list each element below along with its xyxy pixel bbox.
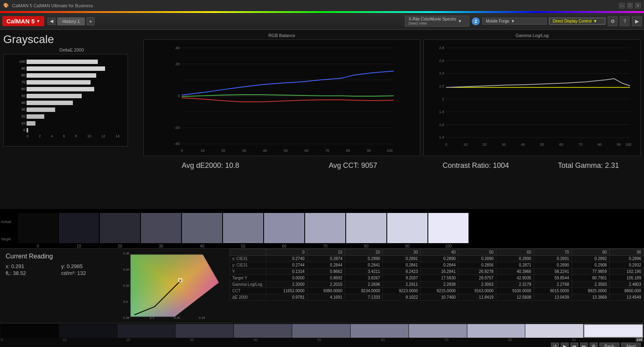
app-icon: 🎨 xyxy=(3,3,9,8)
next-button[interactable]: Next xyxy=(621,343,641,347)
grayscale-title: Grayscale xyxy=(3,33,140,46)
table-header-row: 0102030405060708090 xyxy=(230,249,644,256)
back-button[interactable]: Back xyxy=(599,343,619,347)
window-controls[interactable]: — ☐ ✕ xyxy=(619,3,641,8)
data-table-wrapper: 0102030405060708090 x: CIE310.27400.2874… xyxy=(229,249,644,323)
device1-dropdown-icon: ▼ xyxy=(458,19,462,23)
deltae-bar-row: 100 xyxy=(16,58,120,65)
deltae-x-axis: 02468101214 xyxy=(16,134,120,138)
reading-fL: fL: 38.52 xyxy=(6,270,60,276)
svg-text:100: 100 xyxy=(625,143,632,147)
step-back-button[interactable]: ⏮ xyxy=(570,343,578,347)
maximize-button[interactable]: ☐ xyxy=(627,3,633,8)
top-section: Grayscale DeltaE 2000 100908070605040302… xyxy=(0,30,644,209)
deltae-chart-title: DeltaE 2000 xyxy=(3,48,140,52)
deltae-bar-row: 10 xyxy=(16,120,120,126)
swatch-color xyxy=(59,213,99,243)
progress-swatch[interactable] xyxy=(234,324,292,338)
swatch-group: 100 xyxy=(428,213,469,248)
device2-selector[interactable]: Mobile Forge ▼ xyxy=(482,18,547,25)
svg-text:60: 60 xyxy=(305,149,309,153)
svg-text:2: 2 xyxy=(442,97,444,101)
gamma-stats: Contrast Ratio: 1004 Total Gamma: 2.31 xyxy=(423,160,641,171)
svg-text:0.28: 0.28 xyxy=(123,316,130,320)
svg-text:-40: -40 xyxy=(174,141,180,146)
svg-text:1.6: 1.6 xyxy=(439,123,444,127)
swatch-group: 40 xyxy=(182,213,222,248)
calman-logo[interactable]: CalMAN 5 ▼ xyxy=(2,16,44,26)
total-gamma-stat: Total Gamma: 2.31 xyxy=(536,160,641,171)
measurement-table: 0102030405060708090 x: CIE310.27400.2874… xyxy=(229,249,644,301)
main-content: Grayscale DeltaE 2000 100908070605040302… xyxy=(0,30,644,347)
logo-arrow: ▼ xyxy=(36,19,40,23)
swatch-group: 60 xyxy=(264,213,304,248)
svg-text:30: 30 xyxy=(242,149,246,153)
svg-text:1.8: 1.8 xyxy=(439,110,444,114)
progress-swatch[interactable] xyxy=(409,324,467,338)
svg-text:-20: -20 xyxy=(174,125,180,130)
window-title: CalMAN 5 CalMAN Ultimate for Business xyxy=(12,3,93,8)
tab-area: ◀ History 1 + xyxy=(47,17,402,25)
svg-text:0.34: 0.34 xyxy=(199,316,205,320)
close-button[interactable]: ✕ xyxy=(635,3,641,8)
svg-text:0: 0 xyxy=(445,143,447,147)
swatches-row: Actual Target 0102030405060708090100 xyxy=(0,209,644,248)
deltae-bar-row: 0 xyxy=(16,127,120,133)
svg-text:50: 50 xyxy=(540,143,544,147)
table-scroll[interactable]: 0102030405060708090 x: CIE310.27400.2874… xyxy=(229,249,644,301)
reading-y: y: 0.2985 xyxy=(61,263,115,269)
step-fwd-button[interactable]: ⏭ xyxy=(580,343,588,347)
avg-de-stat: Avg dE2000: 10.8 xyxy=(143,160,278,171)
svg-text:60: 60 xyxy=(559,143,564,147)
svg-text:100: 100 xyxy=(387,149,393,153)
progress-swatch[interactable] xyxy=(59,324,117,338)
swatch-group: 10 xyxy=(59,213,99,248)
deltae-chart: 1009080706050403020100 02468101214 xyxy=(3,54,128,147)
direct-display-selector[interactable]: Direct Display Control ▼ xyxy=(549,18,605,25)
swatch-color xyxy=(223,213,263,243)
svg-text:10: 10 xyxy=(463,143,467,147)
svg-text:20: 20 xyxy=(483,143,487,147)
help-button[interactable]: ? xyxy=(620,17,630,26)
progress-swatch[interactable] xyxy=(292,324,350,338)
loop-button[interactable]: ↺ xyxy=(551,343,559,347)
reading-values: x: 0.291 y: 0.2985 fL: 38.52 cd/m²: 132 xyxy=(6,263,115,276)
progress-swatch[interactable] xyxy=(525,324,583,338)
svg-text:80: 80 xyxy=(346,149,350,153)
settings-button[interactable]: ⚙ xyxy=(608,17,617,26)
deltae-bar-row: 80 xyxy=(16,72,120,78)
swatch-color xyxy=(387,213,427,243)
device1-name: X-Rite ColorMunki Spectro xyxy=(409,17,456,21)
progress-swatch[interactable] xyxy=(467,324,525,338)
contrast-ratio-stat: Contrast Ratio: 1004 xyxy=(423,160,528,171)
deltae-bar-row: 60 xyxy=(16,86,120,92)
swatch-color xyxy=(264,213,304,243)
progress-swatch[interactable] xyxy=(1,324,59,338)
play-button[interactable]: ▶ xyxy=(561,343,569,347)
deltae-bar-row: 30 xyxy=(16,106,120,113)
progress-swatch[interactable] xyxy=(351,324,409,338)
svg-text:0.32: 0.32 xyxy=(123,284,130,287)
deltae-bars: 1009080706050403020100 xyxy=(16,58,120,133)
prev-tab-button[interactable]: ◀ xyxy=(47,18,56,25)
chromaticity-svg: 0.28 0.3 0.32 0.34 0.36 0.34 0.32 0.3 xyxy=(122,250,227,321)
minimize-button[interactable]: — xyxy=(619,3,625,8)
rgb-balance-section: RGB Balance 40 20 0 -20 -40 xyxy=(143,33,420,206)
options-button[interactable]: ⚙ xyxy=(590,343,598,347)
device1-selector[interactable]: X-Rite ColorMunki Spectro Direct View ▼ xyxy=(405,16,469,27)
progress-swatch[interactable] xyxy=(175,324,233,338)
svg-text:0: 0 xyxy=(178,93,180,98)
progress-swatch[interactable] xyxy=(118,324,175,338)
table-header: 0102030405060708090 xyxy=(230,249,644,256)
table-row: x: CIE310.27400.28740.28900.28910.28900.… xyxy=(230,256,644,262)
svg-marker-52 xyxy=(130,254,219,317)
swatch-group: 80 xyxy=(346,213,386,248)
nav-button[interactable]: ▶ xyxy=(632,17,642,26)
add-tab-button[interactable]: + xyxy=(87,17,95,25)
deltae-bar-row: 50 xyxy=(16,93,120,99)
progress-swatch[interactable] xyxy=(584,324,643,338)
svg-text:0.32: 0.32 xyxy=(174,316,180,320)
svg-text:0.3: 0.3 xyxy=(123,300,128,304)
history-tab[interactable]: History 1 xyxy=(57,17,85,25)
app-header: CalMAN 5 ▼ ◀ History 1 + X-Rite ColorMun… xyxy=(0,13,644,30)
